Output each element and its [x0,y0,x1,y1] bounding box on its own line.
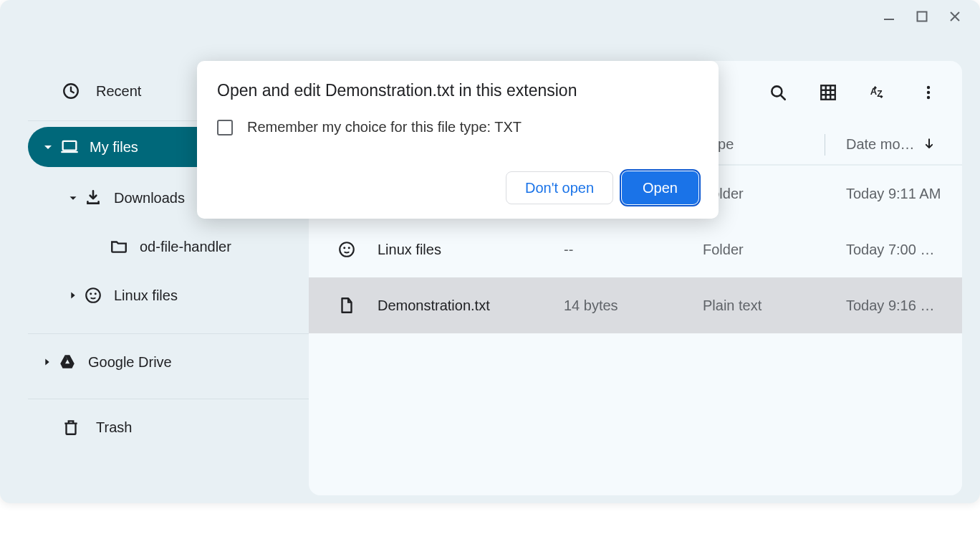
svg-rect-4 [61,151,77,153]
chevron-right-icon [41,356,54,368]
open-file-dialog: Open and edit Demonstration.txt in this … [197,61,719,219]
file-row-demonstration[interactable]: Demonstration.txt 14 bytes Plain text To… [309,277,962,333]
svg-point-17 [348,247,350,249]
sidebar-label-recent: Recent [96,83,141,100]
svg-point-12 [927,86,930,89]
svg-point-14 [927,96,930,99]
svg-rect-1 [918,12,927,22]
open-button[interactable]: Open [622,171,698,204]
svg-point-16 [343,247,345,249]
download-icon [84,189,102,207]
svg-point-8 [772,86,782,96]
file-manager-window: Recent My files Downloads od-fil [0,0,980,503]
sort-desc-icon [922,137,936,151]
file-type: Folder [703,242,744,258]
sidebar-label-downloads: Downloads [114,190,185,206]
maximize-button[interactable] [913,8,931,25]
svg-point-5 [86,288,100,303]
svg-point-7 [95,292,97,295]
sidebar-label-od-handler: od-file-handler [140,239,231,255]
file-row-linux[interactable]: Linux files -- Folder Today 7:00 … [309,222,962,277]
file-icon [337,296,356,315]
file-date: Today 9:11 AM [846,186,941,202]
column-separator [825,134,825,156]
dialog-title: Open and edit Demonstration.txt in this … [217,81,698,100]
sidebar-item-trash[interactable]: Trash [1,405,309,449]
sidebar-label-trash: Trash [96,419,132,436]
chevron-down-icon [67,191,80,204]
clock-icon [62,82,80,100]
dont-open-button[interactable]: Don't open [506,171,613,204]
file-size: -- [564,242,573,258]
svg-rect-3 [63,141,77,151]
folder-icon [110,237,128,256]
remember-choice-row[interactable]: Remember my choice for this file type: T… [217,119,698,135]
chevron-right-icon [67,289,80,302]
remember-checkbox[interactable] [217,120,233,135]
sidebar-label-my-files: My files [90,139,138,156]
close-button[interactable] [946,8,964,25]
minimize-button[interactable] [880,8,898,25]
column-header-date[interactable]: Date mo… [846,136,936,153]
file-date: Today 9:16 … [846,297,934,314]
sidebar-divider [28,333,309,334]
dialog-buttons: Don't open Open [217,171,698,204]
linux-icon [337,240,356,259]
sort-button[interactable]: AZ [869,83,888,102]
file-size: 14 bytes [564,297,618,314]
sidebar-label-linux: Linux files [114,287,178,304]
grid-view-button[interactable] [819,83,837,102]
file-name: Demonstration.txt [378,297,490,314]
window-controls [865,1,979,32]
more-button[interactable] [919,83,938,102]
svg-point-13 [927,91,930,94]
linux-icon [84,286,102,305]
search-button[interactable] [769,83,787,102]
sidebar-item-od-file-handler[interactable]: od-file-handler [1,224,309,269]
chevron-down-icon [41,140,55,154]
toolbar: AZ [769,61,962,124]
sidebar-label-drive: Google Drive [88,354,172,371]
svg-rect-0 [884,19,894,20]
svg-point-15 [340,242,354,257]
file-name: Linux files [378,242,441,258]
svg-point-6 [90,292,92,295]
file-type: Plain text [703,297,762,314]
trash-icon [62,418,80,437]
file-date: Today 7:00 … [846,242,934,258]
laptop-icon [59,137,80,157]
sidebar-item-linux-files[interactable]: Linux files [1,273,309,318]
remember-label: Remember my choice for this file type: T… [247,119,522,135]
sidebar-divider [28,399,309,399]
svg-rect-9 [821,85,835,100]
sidebar-item-google-drive[interactable]: Google Drive [1,340,309,384]
google-drive-icon [58,353,77,371]
